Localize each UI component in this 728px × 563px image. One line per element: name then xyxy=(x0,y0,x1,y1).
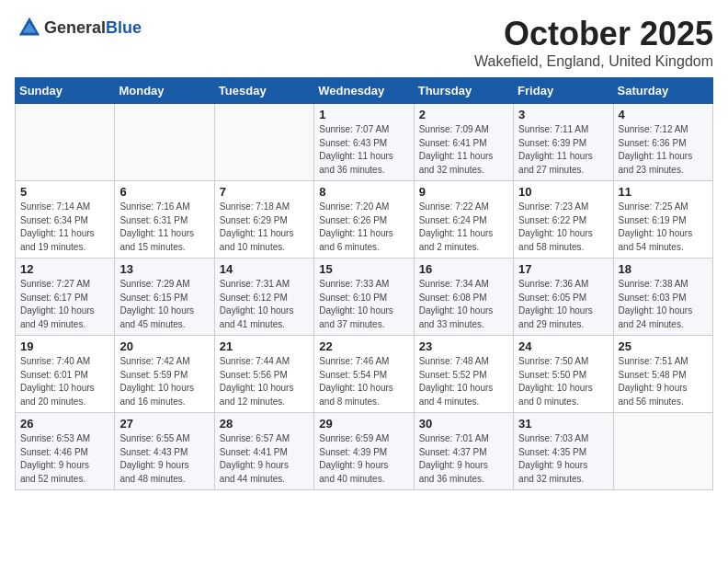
day-number: 17 xyxy=(518,262,608,276)
day-info: Sunrise: 6:59 AM Sunset: 4:39 PM Dayligh… xyxy=(319,432,408,486)
calendar-week-2: 5Sunrise: 7:14 AM Sunset: 6:34 PM Daylig… xyxy=(16,181,713,259)
day-info: Sunrise: 7:29 AM Sunset: 6:15 PM Dayligh… xyxy=(119,278,209,331)
calendar-cell: 12Sunrise: 7:27 AM Sunset: 6:17 PM Dayli… xyxy=(16,259,115,336)
header-day-wednesday: Wednesday xyxy=(314,78,414,104)
calendar-cell: 11Sunrise: 7:25 AM Sunset: 6:19 PM Dayli… xyxy=(613,181,712,259)
calendar-cell: 24Sunrise: 7:50 AM Sunset: 5:50 PM Dayli… xyxy=(514,336,613,413)
calendar-week-4: 19Sunrise: 7:40 AM Sunset: 6:01 PM Dayli… xyxy=(16,336,713,413)
day-number: 7 xyxy=(220,185,309,199)
day-number: 19 xyxy=(20,339,109,353)
day-number: 1 xyxy=(319,108,408,121)
header-day-sunday: Sunday xyxy=(16,78,115,104)
calendar-cell: 14Sunrise: 7:31 AM Sunset: 6:12 PM Dayli… xyxy=(214,259,313,336)
calendar-cell: 8Sunrise: 7:20 AM Sunset: 6:26 PM Daylig… xyxy=(314,181,414,259)
day-number: 11 xyxy=(619,185,708,199)
month-title: October 2025 xyxy=(474,15,713,53)
day-number: 14 xyxy=(220,262,309,276)
calendar-cell: 17Sunrise: 7:36 AM Sunset: 6:05 PM Dayli… xyxy=(514,259,613,336)
day-info: Sunrise: 7:51 AM Sunset: 5:48 PM Dayligh… xyxy=(619,355,708,408)
day-info: Sunrise: 7:01 AM Sunset: 4:37 PM Dayligh… xyxy=(419,432,508,486)
logo-text-general: General xyxy=(44,18,106,37)
day-number: 2 xyxy=(419,108,508,121)
calendar-cell: 7Sunrise: 7:18 AM Sunset: 6:29 PM Daylig… xyxy=(214,181,313,259)
calendar-cell: 9Sunrise: 7:22 AM Sunset: 6:24 PM Daylig… xyxy=(414,181,513,259)
day-info: Sunrise: 7:11 AM Sunset: 6:39 PM Dayligh… xyxy=(518,123,608,177)
calendar-cell xyxy=(214,104,313,181)
day-info: Sunrise: 7:22 AM Sunset: 6:24 PM Dayligh… xyxy=(419,201,508,254)
day-number: 5 xyxy=(20,185,109,199)
calendar-cell: 18Sunrise: 7:38 AM Sunset: 6:03 PM Dayli… xyxy=(613,259,712,336)
header-day-friday: Friday xyxy=(514,78,613,104)
day-number: 13 xyxy=(119,262,209,276)
day-info: Sunrise: 7:40 AM Sunset: 6:01 PM Dayligh… xyxy=(20,355,109,408)
day-info: Sunrise: 7:20 AM Sunset: 6:26 PM Dayligh… xyxy=(319,201,408,254)
calendar-cell: 4Sunrise: 7:12 AM Sunset: 6:36 PM Daylig… xyxy=(613,104,712,181)
day-info: Sunrise: 7:03 AM Sunset: 4:35 PM Dayligh… xyxy=(518,432,608,486)
day-info: Sunrise: 7:14 AM Sunset: 6:34 PM Dayligh… xyxy=(20,201,109,254)
day-info: Sunrise: 7:46 AM Sunset: 5:54 PM Dayligh… xyxy=(319,355,408,408)
calendar-cell: 22Sunrise: 7:46 AM Sunset: 5:54 PM Dayli… xyxy=(314,336,414,413)
calendar-cell: 15Sunrise: 7:33 AM Sunset: 6:10 PM Dayli… xyxy=(314,259,414,336)
day-info: Sunrise: 7:48 AM Sunset: 5:52 PM Dayligh… xyxy=(419,355,508,408)
page-header: GeneralBlue October 2025 Wakefield, Engl… xyxy=(15,15,713,70)
day-number: 29 xyxy=(319,417,408,431)
day-info: Sunrise: 6:53 AM Sunset: 4:46 PM Dayligh… xyxy=(20,432,109,486)
day-number: 6 xyxy=(119,185,209,199)
calendar-cell: 13Sunrise: 7:29 AM Sunset: 6:15 PM Dayli… xyxy=(115,259,214,336)
day-number: 21 xyxy=(220,339,309,353)
day-info: Sunrise: 7:50 AM Sunset: 5:50 PM Dayligh… xyxy=(518,355,608,408)
header-row: SundayMondayTuesdayWednesdayThursdayFrid… xyxy=(16,78,713,104)
day-info: Sunrise: 7:18 AM Sunset: 6:29 PM Dayligh… xyxy=(220,201,309,254)
day-number: 27 xyxy=(119,417,209,431)
calendar-cell: 6Sunrise: 7:16 AM Sunset: 6:31 PM Daylig… xyxy=(115,181,214,259)
header-day-thursday: Thursday xyxy=(414,78,513,104)
logo-text-blue: Blue xyxy=(106,18,142,37)
calendar-cell: 27Sunrise: 6:55 AM Sunset: 4:43 PM Dayli… xyxy=(115,413,214,490)
day-number: 30 xyxy=(419,417,508,431)
calendar-cell: 26Sunrise: 6:53 AM Sunset: 4:46 PM Dayli… xyxy=(16,413,115,490)
day-number: 12 xyxy=(20,262,109,276)
header-day-tuesday: Tuesday xyxy=(214,78,313,104)
calendar-cell: 20Sunrise: 7:42 AM Sunset: 5:59 PM Dayli… xyxy=(115,336,214,413)
day-info: Sunrise: 7:44 AM Sunset: 5:56 PM Dayligh… xyxy=(220,355,309,408)
day-number: 15 xyxy=(319,262,408,276)
calendar-cell: 19Sunrise: 7:40 AM Sunset: 6:01 PM Dayli… xyxy=(16,336,115,413)
day-info: Sunrise: 7:31 AM Sunset: 6:12 PM Dayligh… xyxy=(220,278,309,331)
day-info: Sunrise: 7:42 AM Sunset: 5:59 PM Dayligh… xyxy=(119,355,209,408)
day-info: Sunrise: 7:07 AM Sunset: 6:43 PM Dayligh… xyxy=(319,123,408,177)
day-info: Sunrise: 7:12 AM Sunset: 6:36 PM Dayligh… xyxy=(619,123,708,177)
calendar-cell xyxy=(115,104,214,181)
calendar-cell: 23Sunrise: 7:48 AM Sunset: 5:52 PM Dayli… xyxy=(414,336,513,413)
day-info: Sunrise: 6:57 AM Sunset: 4:41 PM Dayligh… xyxy=(220,432,309,486)
day-number: 26 xyxy=(20,417,109,431)
day-info: Sunrise: 6:55 AM Sunset: 4:43 PM Dayligh… xyxy=(119,432,209,486)
day-info: Sunrise: 7:34 AM Sunset: 6:08 PM Dayligh… xyxy=(419,278,508,331)
day-number: 28 xyxy=(220,417,309,431)
calendar-cell: 1Sunrise: 7:07 AM Sunset: 6:43 PM Daylig… xyxy=(314,104,414,181)
calendar-cell: 28Sunrise: 6:57 AM Sunset: 4:41 PM Dayli… xyxy=(214,413,313,490)
day-number: 9 xyxy=(419,185,508,199)
day-number: 20 xyxy=(119,339,209,353)
calendar-cell: 29Sunrise: 6:59 AM Sunset: 4:39 PM Dayli… xyxy=(314,413,414,490)
calendar-cell: 31Sunrise: 7:03 AM Sunset: 4:35 PM Dayli… xyxy=(514,413,613,490)
location-title: Wakefield, England, United Kingdom xyxy=(474,53,713,70)
day-info: Sunrise: 7:16 AM Sunset: 6:31 PM Dayligh… xyxy=(119,201,209,254)
calendar-cell xyxy=(613,413,712,490)
day-number: 8 xyxy=(319,185,408,199)
calendar-cell: 30Sunrise: 7:01 AM Sunset: 4:37 PM Dayli… xyxy=(414,413,513,490)
calendar-cell: 5Sunrise: 7:14 AM Sunset: 6:34 PM Daylig… xyxy=(16,181,115,259)
day-info: Sunrise: 7:23 AM Sunset: 6:22 PM Dayligh… xyxy=(518,201,608,254)
day-number: 31 xyxy=(518,417,608,431)
day-number: 10 xyxy=(518,185,608,199)
header-day-saturday: Saturday xyxy=(613,78,712,104)
day-number: 23 xyxy=(419,339,508,353)
day-info: Sunrise: 7:36 AM Sunset: 6:05 PM Dayligh… xyxy=(518,278,608,331)
calendar-week-3: 12Sunrise: 7:27 AM Sunset: 6:17 PM Dayli… xyxy=(16,259,713,336)
calendar-cell: 3Sunrise: 7:11 AM Sunset: 6:39 PM Daylig… xyxy=(514,104,613,181)
calendar-cell: 25Sunrise: 7:51 AM Sunset: 5:48 PM Dayli… xyxy=(613,336,712,413)
calendar-cell xyxy=(16,104,115,181)
day-number: 22 xyxy=(319,339,408,353)
calendar-week-1: 1Sunrise: 7:07 AM Sunset: 6:43 PM Daylig… xyxy=(16,104,713,181)
calendar-week-5: 26Sunrise: 6:53 AM Sunset: 4:46 PM Dayli… xyxy=(16,413,713,490)
logo-icon xyxy=(17,15,42,40)
